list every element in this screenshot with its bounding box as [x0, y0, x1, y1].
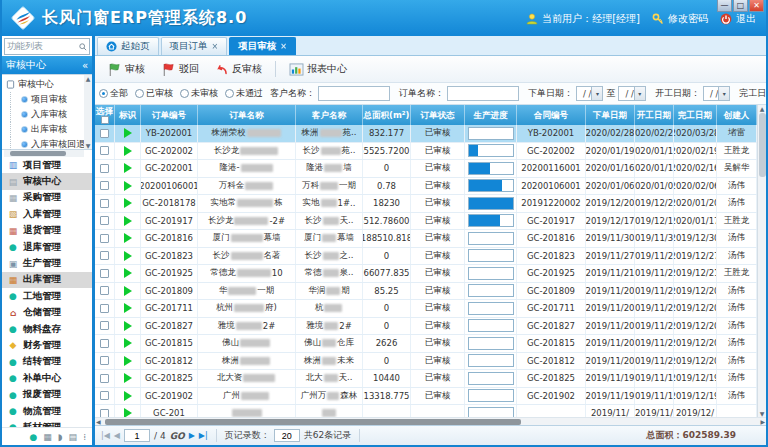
page-size-input[interactable]: [274, 429, 300, 442]
column-header[interactable]: 订单状态: [411, 105, 465, 125]
audit-button[interactable]: 审核: [101, 60, 151, 79]
tree-vertical-scrollbar[interactable]: ▲▼: [84, 75, 92, 149]
sidebar-module[interactable]: ▤审核中心: [2, 173, 92, 189]
overflow-icon[interactable]: ⁞: [83, 432, 86, 442]
sidebar-module[interactable]: ●物流管理: [2, 403, 92, 419]
minimize-button[interactable]: —: [717, 0, 732, 12]
close-tab-icon[interactable]: ×: [212, 42, 219, 51]
column-header[interactable]: 订单名称: [198, 105, 296, 125]
column-header[interactable]: 订单编号: [141, 105, 198, 125]
column-header[interactable]: 生产进度: [465, 105, 517, 125]
tree-item[interactable]: 项目审核: [10, 92, 84, 107]
radio-rejected[interactable]: 未通过: [225, 87, 263, 100]
scrollbar-thumb[interactable]: [105, 419, 521, 425]
scroll-down-icon[interactable]: ▼: [86, 142, 91, 149]
row-checkbox[interactable]: [100, 339, 109, 348]
order-row[interactable]: YB-202001株洲荣校株洲苑..832.177已审核YB-202001202…: [95, 125, 757, 143]
logout-button[interactable]: 退出: [720, 12, 756, 26]
collapse-icon[interactable]: «: [82, 60, 88, 71]
row-checkbox[interactable]: [100, 251, 109, 260]
scroll-left-icon[interactable]: ◀: [96, 418, 101, 426]
select-all-checkbox[interactable]: [101, 116, 109, 124]
scroll-up-icon[interactable]: ▲: [86, 75, 91, 82]
order-row[interactable]: GC-2018178实地常栋实地1#..18230已审核201912200022…: [95, 195, 757, 213]
order-row[interactable]: GC-201825北大资北大天..10440已审核GC-2018252019/1…: [95, 370, 757, 388]
grid-horizontal-scrollbar[interactable]: ◀ ▶: [95, 417, 766, 425]
sidebar-module[interactable]: ●报废管理: [2, 386, 92, 402]
order-row[interactable]: GC-201816厦门幕墙厦门幕墙188510.818已审核GC-2018162…: [95, 230, 757, 248]
prev-page-button[interactable]: ◀: [114, 431, 120, 440]
order-row[interactable]: GC-201925常德龙10常德泉..266077.835..已审核GC-201…: [95, 265, 757, 283]
sidebar-module[interactable]: ⌂仓储管理: [2, 305, 92, 321]
column-header[interactable]: 合同编号: [517, 105, 586, 125]
tab-project-orders[interactable]: 项目订单 ×: [161, 37, 228, 55]
tab-project-audit[interactable]: 项目审核 ×: [229, 37, 296, 55]
row-checkbox[interactable]: [100, 129, 109, 138]
column-header[interactable]: 标识: [115, 105, 141, 125]
row-checkbox[interactable]: [100, 199, 109, 208]
row-checkbox[interactable]: [100, 269, 109, 278]
start-date-input[interactable]: / /▾: [703, 86, 730, 101]
order-row[interactable]: GC-201815佛山佛山仓库2626已审核GC-2018152019/11/2…: [95, 335, 757, 353]
tree-root-audit-center[interactable]: 审核中心: [6, 77, 84, 92]
sidebar-module[interactable]: ●退库管理: [2, 239, 92, 255]
sidebar-module[interactable]: ▦退货管理: [2, 223, 92, 239]
function-search-input[interactable]: 功能列表: [4, 38, 90, 55]
order-row[interactable]: GC-201809华一期华润期85.25已审核GC-2018092019/11/…: [95, 283, 757, 301]
column-header[interactable]: 下单日期: [586, 105, 635, 125]
scrollbar-thumb[interactable]: [759, 113, 766, 177]
sidebar-module[interactable]: ●耗材管理: [2, 419, 92, 427]
page-icon[interactable]: ▤: [69, 432, 78, 442]
row-checkbox[interactable]: [100, 321, 109, 330]
radio-unaudited[interactable]: 未审核: [180, 87, 218, 100]
reject-button[interactable]: 驳回: [155, 60, 205, 79]
row-checkbox[interactable]: [100, 374, 109, 383]
go-button[interactable]: GO: [170, 431, 185, 441]
order-row[interactable]: GC-201902广州广州万森林13318.775已审核GC-201902201…: [95, 388, 757, 406]
order-row[interactable]: GC-201917长沙龙-2#长沙天..8512.78600..已审核GC-20…: [95, 213, 757, 231]
sidebar-module[interactable]: ▥项目管理: [2, 157, 92, 173]
row-checkbox[interactable]: [100, 391, 109, 400]
page-number-input[interactable]: [124, 429, 150, 442]
sidebar-module[interactable]: ●补单中心: [2, 370, 92, 386]
row-checkbox[interactable]: [100, 234, 109, 243]
first-page-button[interactable]: |◀: [101, 431, 110, 440]
sidebar-module[interactable]: ▧入库管理: [2, 206, 92, 222]
row-checkbox[interactable]: [100, 146, 109, 155]
order-row[interactable]: GC-202002长沙龙长沙苑..65525.7200..已审核GC-20200…: [95, 143, 757, 161]
row-checkbox[interactable]: [100, 181, 109, 190]
tab-home[interactable]: 起始页: [97, 37, 159, 55]
row-checkbox[interactable]: [100, 286, 109, 295]
row-checkbox[interactable]: [100, 356, 109, 365]
dropdown-icon[interactable]: ▾: [718, 87, 729, 100]
circle-icon[interactable]: ●: [29, 432, 37, 442]
order-row[interactable]: 20200106001万科金万科一期0.78已审核202001060012020…: [95, 178, 757, 196]
column-header[interactable]: 创建人: [717, 105, 757, 125]
order-row[interactable]: GC-201823长沙名著长沙之..0已审核GC-2018232019/11/2…: [95, 248, 757, 266]
dropdown-icon[interactable]: ▾: [634, 87, 645, 100]
order-date-to-input[interactable]: / /▾: [618, 86, 645, 101]
order-row[interactable]: GC-201827雅境2#雅境2#0已审核GC-2018272019/11/20…: [95, 318, 757, 336]
sidebar-module[interactable]: ▦采购管理: [2, 190, 92, 206]
radio-audited[interactable]: 已审核: [135, 87, 173, 100]
sidebar-module[interactable]: ▣生产管理: [2, 255, 92, 271]
tree-horizontal-scrollbar[interactable]: [4, 150, 84, 157]
scroll-up-icon[interactable]: ▲: [760, 105, 765, 112]
report-center-button[interactable]: 报表中心: [283, 60, 353, 78]
row-checkbox[interactable]: [100, 216, 109, 225]
last-page-button[interactable]: ▶|: [199, 431, 208, 440]
column-header[interactable]: 开工日期: [635, 105, 674, 125]
sidebar-module[interactable]: ●工地管理: [2, 288, 92, 304]
sidebar-module[interactable]: ▦出库管理: [2, 272, 92, 288]
tree-item[interactable]: 入库审核: [10, 107, 84, 122]
order-row[interactable]: GC-2012019/11/2019/11/2019/12/: [95, 405, 757, 417]
order-row[interactable]: GC-201711杭州府)杭0已审核GC-2017112019/11/20201…: [95, 300, 757, 318]
leaf-icon[interactable]: ◗: [58, 432, 63, 442]
sidebar-module[interactable]: ●结转管理: [2, 354, 92, 370]
column-header[interactable]: 客户名称: [296, 105, 363, 125]
sidebar-module[interactable]: ●物料盘存: [2, 321, 92, 337]
order-row[interactable]: GC-202001隆港-隆港墙0已审核202001160012020/01/16…: [95, 160, 757, 178]
order-date-from-input[interactable]: / /▾: [576, 86, 603, 101]
close-button[interactable]: ✕: [749, 0, 764, 12]
change-password-button[interactable]: 修改密码: [652, 12, 708, 26]
